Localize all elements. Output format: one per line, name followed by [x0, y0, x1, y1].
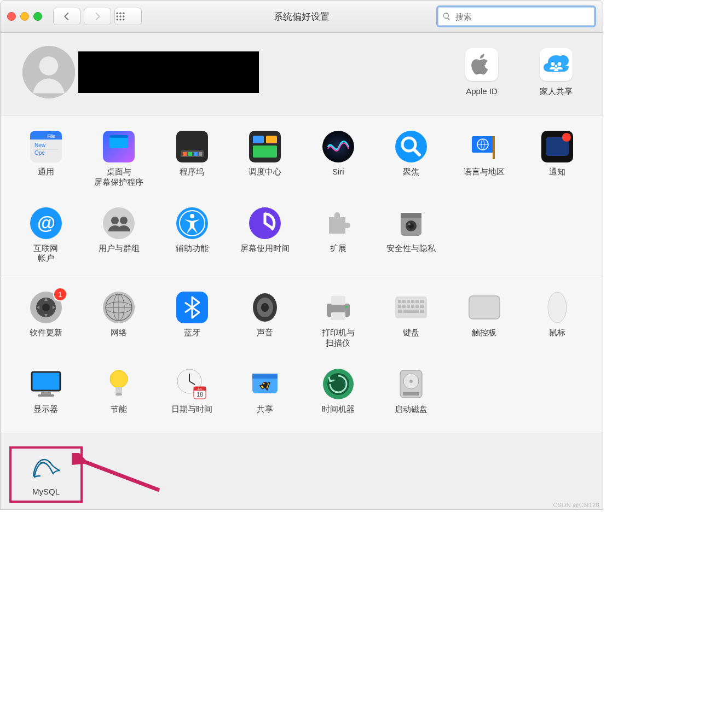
sound-icon — [249, 292, 281, 323]
energy-icon — [103, 368, 135, 400]
svg-point-121 — [40, 462, 42, 464]
back-button[interactable] — [53, 8, 80, 25]
svg-rect-111 — [252, 374, 278, 379]
pane-label: 时间机器 — [322, 404, 355, 415]
svg-rect-73 — [331, 296, 345, 305]
pane-label: 触控板 — [472, 328, 496, 338]
panel-hardware: 1 软件更新 网络 蓝牙 声音 — [1, 276, 603, 433]
svg-point-5 — [123, 15, 124, 17]
svg-point-71 — [261, 303, 269, 312]
svg-rect-89 — [398, 310, 402, 313]
pane-mission-control[interactable]: 调度中心 — [229, 131, 302, 188]
pane-label: Siri — [332, 167, 344, 177]
svg-point-1 — [119, 13, 121, 14]
pane-users-groups[interactable]: 用户与群组 — [83, 207, 156, 264]
svg-point-119 — [409, 380, 413, 383]
extensions-icon — [322, 207, 354, 239]
nav-buttons — [53, 8, 142, 25]
pane-label: 键盘 — [403, 328, 419, 338]
pane-label: 辅助功能 — [176, 243, 209, 254]
svg-rect-80 — [411, 300, 414, 303]
svg-rect-87 — [415, 305, 419, 308]
pane-mouse[interactable]: 鼠标 — [521, 292, 594, 348]
pane-desktop[interactable]: 桌面与 屏幕保护程序 — [83, 131, 156, 188]
user-avatar[interactable] — [22, 46, 75, 98]
svg-point-44 — [562, 133, 571, 142]
mysql-icon — [30, 452, 62, 484]
svg-rect-41 — [493, 136, 495, 159]
displays-icon — [30, 368, 62, 400]
svg-point-94 — [548, 292, 567, 323]
svg-rect-81 — [415, 300, 419, 303]
zoom-window-button[interactable] — [33, 12, 42, 21]
svg-rect-82 — [420, 300, 424, 303]
svg-point-52 — [190, 214, 194, 218]
pane-startup-disk[interactable]: 启动磁盘 — [375, 368, 448, 415]
panel-thirdparty: MySQL — [1, 433, 603, 509]
svg-rect-79 — [407, 300, 410, 303]
svg-text:JUL: JUL — [197, 387, 202, 391]
pane-language-region[interactable]: 语言与地区 — [448, 131, 521, 188]
svg-rect-102 — [115, 393, 122, 396]
pane-siri[interactable]: Siri — [302, 131, 375, 188]
pane-label: 显示器 — [33, 404, 58, 415]
dock-icon — [176, 131, 208, 162]
family-sharing-pane[interactable]: 家人共享 — [531, 48, 581, 97]
trackpad-icon — [469, 292, 500, 323]
startup-disk-icon — [395, 368, 427, 400]
pane-energy-saver[interactable]: 节能 — [83, 368, 156, 415]
svg-rect-24 — [176, 131, 208, 162]
svg-rect-91 — [420, 310, 424, 313]
pane-time-machine[interactable]: 时间机器 — [302, 368, 375, 415]
pane-printers[interactable]: 打印机与 扫描仪 — [302, 292, 375, 348]
pane-network[interactable]: 网络 — [83, 292, 156, 348]
pane-label: 聚焦 — [403, 167, 419, 177]
pane-label: 日期与时间 — [171, 404, 212, 415]
svg-rect-27 — [188, 152, 192, 156]
pane-keyboard[interactable]: 键盘 — [375, 292, 448, 348]
apple-logo-icon — [465, 48, 498, 81]
forward-button[interactable] — [84, 8, 111, 25]
apple-id-pane[interactable]: Apple ID — [457, 48, 506, 97]
svg-rect-84 — [402, 305, 406, 308]
search-input[interactable] — [454, 11, 590, 22]
pane-notifications[interactable]: 通知 — [521, 131, 594, 188]
pane-displays[interactable]: 显示器 — [9, 368, 83, 415]
pane-extensions[interactable]: 扩展 — [302, 207, 375, 264]
pane-date-time[interactable]: JUL18 日期与时间 — [155, 368, 229, 415]
svg-rect-55 — [401, 213, 421, 218]
pane-sharing[interactable]: 共享 — [229, 368, 302, 415]
pane-sound[interactable]: 声音 — [229, 292, 302, 348]
pane-software-update[interactable]: 1 软件更新 — [9, 292, 83, 348]
bluetooth-icon — [176, 292, 208, 323]
show-all-button[interactable] — [114, 8, 142, 25]
keyboard-icon — [395, 292, 427, 323]
pane-bluetooth[interactable]: 蓝牙 — [155, 292, 229, 348]
svg-point-3 — [117, 15, 118, 17]
pane-spotlight[interactable]: 聚焦 — [375, 131, 448, 188]
svg-point-58 — [408, 223, 411, 225]
svg-rect-74 — [331, 312, 345, 320]
search-field[interactable] — [436, 5, 596, 27]
close-window-button[interactable] — [7, 12, 16, 21]
svg-rect-28 — [194, 152, 198, 156]
pane-security-privacy[interactable]: 安全性与隐私 — [375, 207, 448, 264]
svg-rect-101 — [115, 387, 122, 393]
pane-label: 节能 — [111, 404, 127, 415]
search-icon — [442, 12, 451, 21]
minimize-window-button[interactable] — [20, 12, 29, 21]
software-update-icon: 1 — [30, 292, 62, 323]
pane-general[interactable]: FileNewOpe 通用 — [9, 131, 83, 188]
pane-internet-accounts[interactable]: @ 互联网 帐户 — [9, 207, 83, 264]
pane-mysql[interactable]: MySQL — [16, 452, 76, 499]
pane-dock[interactable]: 程序坞 — [155, 131, 229, 188]
pane-trackpad[interactable]: 触控板 — [448, 292, 521, 348]
time-machine-icon — [322, 368, 354, 400]
security-icon — [395, 207, 427, 239]
pane-screen-time[interactable]: 屏幕使用时间 — [229, 207, 302, 264]
svg-text:New: New — [34, 142, 46, 148]
internet-accounts-icon: @ — [30, 207, 62, 239]
mouse-icon — [541, 292, 573, 323]
svg-rect-98 — [38, 394, 54, 397]
pane-accessibility[interactable]: 辅助功能 — [155, 207, 229, 264]
